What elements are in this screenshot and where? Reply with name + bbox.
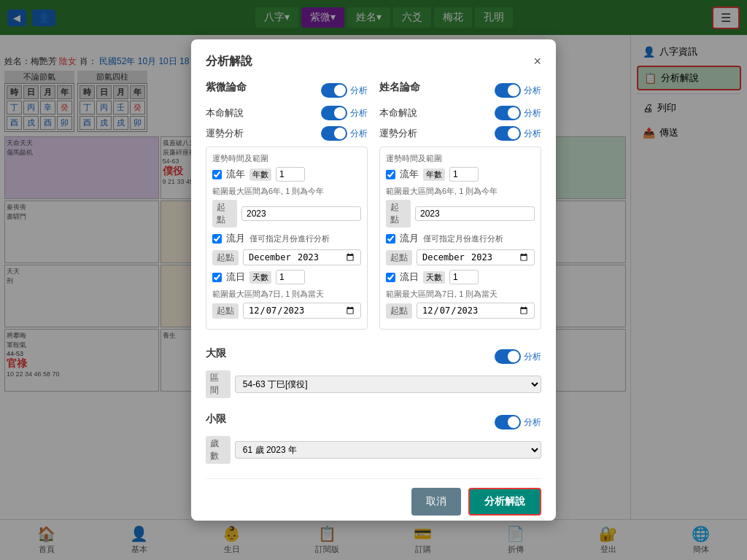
xingming-main-toggle-label: 分析 [524,85,541,97]
xingming-liuyue-label: 流月 [400,232,419,245]
da-xian-switch[interactable] [495,349,521,364]
xingming-liunian-hint: 範圍最大區間為6年, 1 則為今年 [386,186,535,197]
ziwei-liuri-check[interactable] [212,273,222,282]
ziwei-benming-row: 本命解說 分析 [206,106,368,120]
ziwei-liuyue-qidian-label: 起點 [212,250,239,265]
ziwei-yunshi-label: 運勢分析 [206,127,244,140]
xingming-liuyue-check[interactable] [386,234,395,244]
xingming-main-toggle[interactable]: 分析 [495,83,541,98]
xingming-nianshu-input[interactable] [449,167,479,182]
xingming-time-label: 運勢時間及範圍 [386,153,535,164]
ziwei-qidian-input[interactable] [241,206,361,221]
xingming-tianshu-label: 天數 [423,271,445,284]
ziwei-nianshu-label: 年數 [249,168,271,181]
xingming-liunian-label: 流年 [400,168,419,181]
ziwei-liunian-check[interactable] [212,170,222,179]
ziwei-benming-label: 本命解說 [206,106,244,120]
xingming-yunshi-switch[interactable] [495,126,521,141]
ziwei-main-toggle[interactable]: 分析 [321,83,368,98]
ziwei-liunian-hint: 範圍最大區間為6年, 1 則為今年 [212,186,361,197]
xingming-section-title: 姓名論命 [379,81,420,94]
ziwei-benming-toggle[interactable]: 分析 [321,106,368,120]
ziwei-liunian-start-row: 起點 [212,200,361,228]
da-xian-toggle-row: 大限 分析 [206,347,541,366]
modal-body: 紫微論命 分析 本命解說 分析 運勢分析 [206,81,541,467]
ziwei-benming-switch[interactable] [321,106,347,120]
modal-overlay: 分析解說 × 紫微論命 分析 本命解說 分析 [0,0,747,560]
ziwei-liuri-hint: 範圍最大區間為7日, 1 則為當天 [212,289,361,300]
xingming-main-switch[interactable] [495,83,521,98]
ziwei-liuyue-start-row: 起點 [212,249,361,265]
ziwei-liuyue-check[interactable] [212,234,222,244]
xingming-yunshi-toggle[interactable]: 分析 [495,126,541,141]
xingming-liuri-label: 流日 [400,271,419,284]
cancel-button[interactable]: 取消 [411,488,461,516]
da-xian-section: 大限 分析 區間 54-63 丁巳[僕役] [206,347,541,401]
ziwei-title-row: 紫微論命 分析 [206,81,368,100]
da-xian-field-row: 區間 54-63 丁巳[僕役] [206,370,541,398]
xiao-xian-suishu-label: 歲數 [206,436,231,464]
xingming-benming-row: 本命解說 分析 [379,106,541,120]
modal-header: 分析解說 × [206,54,541,69]
ziwei-section-title: 紫微論命 [206,81,247,94]
modal-close-button[interactable]: × [533,54,541,69]
xingming-liuyue-start-row: 起點 [386,249,535,265]
xiao-xian-select[interactable]: 61 歲 2023 年 [235,441,541,459]
analyze-button[interactable]: 分析解說 [468,488,541,516]
ziwei-liuri-label: 流日 [226,271,245,284]
xingming-benming-switch[interactable] [495,106,521,120]
ziwei-liuri-row: 流日 天數 [212,270,361,284]
ziwei-tianshu-label: 天數 [249,271,271,284]
da-xian-toggle-label: 分析 [524,351,541,363]
xingming-liuri-hint: 範圍最大區間為7日, 1 則為當天 [386,289,535,300]
ziwei-liuri-start-row: 起點 [212,303,361,319]
da-xian-select[interactable]: 54-63 丁巳[僕役] [235,376,541,393]
ziwei-time-label: 運勢時間及範圍 [212,153,361,164]
xingming-liunian-start-row: 起點 [386,200,535,228]
ziwei-liuyue-row: 流月 僅可指定月份進行分析 [212,232,361,245]
xingming-tianshu-input[interactable] [449,270,479,284]
xiao-xian-switch[interactable] [495,415,521,429]
modal-footer: 取消 分析解說 [206,478,541,516]
ziwei-yunshi-toggle-label: 分析 [350,128,368,140]
ziwei-nianshu-input[interactable] [276,167,305,182]
xingming-liuri-start-row: 起點 [386,303,535,319]
modal-title: 分析解說 [206,54,252,69]
xingming-benming-toggle-label: 分析 [524,107,541,120]
ziwei-liunian-row: 流年 年數 [212,167,361,182]
ziwei-yunshi-row: 運勢分析 分析 [206,126,368,141]
xiao-xian-toggle-label: 分析 [524,416,541,429]
ziwei-liuri-qidian-label: 起點 [212,303,239,319]
ziwei-tianshu-input[interactable] [276,270,305,284]
ziwei-liuri-input[interactable] [243,303,361,319]
xingming-benming-label: 本命解說 [379,106,417,120]
xingming-liuri-check[interactable] [386,273,395,282]
modal-left-section: 紫微論命 分析 本命解說 分析 運勢分析 [206,81,368,335]
ziwei-main-switch[interactable] [321,83,347,98]
xingming-yunshi-row: 運勢分析 分析 [379,126,541,141]
da-xian-toggle[interactable]: 分析 [495,349,541,364]
xingming-liunian-check[interactable] [386,170,395,179]
xingming-liuri-qidian-label: 起點 [386,303,412,319]
ziwei-benming-toggle-label: 分析 [350,107,368,120]
xingming-time-range: 運勢時間及範圍 流年 年數 範圍最大區間為6年, 1 則為今年 起點 [379,147,541,330]
xingming-liuyue-qidian-label: 起點 [386,250,412,265]
ziwei-liuyue-input[interactable] [243,249,361,265]
xingming-liuyue-row: 流月 僅可指定月份進行分析 [386,232,535,245]
xingming-qidian-input[interactable] [415,206,535,221]
xingming-yunshi-label: 運勢分析 [379,127,417,140]
xiao-xian-toggle[interactable]: 分析 [495,415,541,429]
xingming-liuri-row: 流日 天數 [386,270,535,284]
ziwei-qidian-label: 起點 [212,200,237,228]
ziwei-yunshi-switch[interactable] [321,126,347,141]
ziwei-liuyue-label: 流月 [226,232,245,245]
xiao-xian-field-row: 歲數 61 歲 2023 年 [206,436,541,464]
ziwei-main-toggle-label: 分析 [350,85,368,97]
ziwei-yunshi-toggle[interactable]: 分析 [321,126,368,141]
da-xian-title: 大限 [206,347,226,360]
ziwei-liuyue-hint: 僅可指定月份進行分析 [249,233,330,244]
xingming-qidian-label: 起點 [386,200,411,228]
xingming-liuyue-input[interactable] [417,249,535,265]
xingming-benming-toggle[interactable]: 分析 [495,106,541,120]
xingming-liuri-input[interactable] [417,303,535,319]
